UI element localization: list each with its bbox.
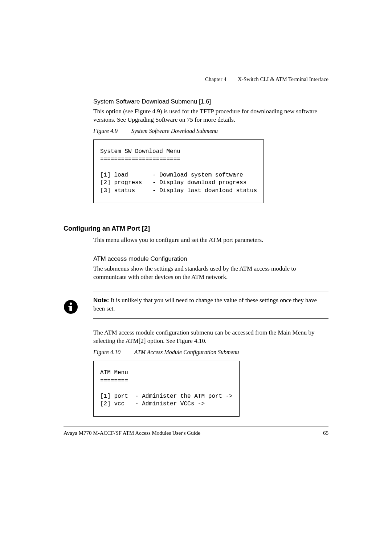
- body-atm-config: The submenus show the settings and stand…: [93, 265, 328, 281]
- info-icon: [64, 300, 78, 314]
- figure-title: System Software Download Submenu: [131, 128, 218, 134]
- note-block: Note: It is unlikely that you will need …: [64, 292, 328, 319]
- figure-caption-4-10: Figure 4.10 ATM Access Module Configurat…: [93, 349, 328, 356]
- note-content: Note: It is unlikely that you will need …: [93, 292, 328, 319]
- chapter-title: X-Switch CLI & ATM Terminal Interface: [238, 76, 328, 82]
- figure-number-2: Figure 4.10: [93, 349, 121, 355]
- figure-caption-4-9: Figure 4.9 System Software Download Subm…: [93, 128, 328, 134]
- subheading-atm-config: ATM access module Configuration: [93, 255, 328, 263]
- footer-guide-title: Avaya M770 M-ACCF/SF ATM Access Modules …: [64, 430, 200, 436]
- footer-rule: [64, 426, 328, 427]
- subheading-sw-download: System Software Download Submenu [1,6]: [93, 98, 328, 105]
- figure-title-2: ATM Access Module Configuration Submenu: [134, 349, 239, 355]
- note-text: It is unlikely that you will need to cha…: [93, 297, 317, 312]
- body-atm-intro: This menu allows you to configure and se…: [93, 236, 328, 244]
- body-atm-body2: The ATM access module configuration subm…: [93, 329, 328, 345]
- page-content: Chapter 4 X-Switch CLI & ATM Terminal In…: [0, 0, 392, 417]
- note-label: Note:: [93, 297, 109, 304]
- figure-number: Figure 4.9: [93, 128, 118, 134]
- section-heading-atm-port: Configuring an ATM Port [2]: [64, 225, 328, 232]
- chapter-label: Chapter 4: [205, 76, 226, 82]
- header-rule: [64, 87, 328, 87]
- code-box-sw-download: System SW Download Menu ================…: [93, 139, 264, 203]
- svg-rect-3: [69, 306, 71, 307]
- footer-page-number: 65: [323, 430, 328, 436]
- page-header: Chapter 4 X-Switch CLI & ATM Terminal In…: [64, 76, 328, 82]
- code-box-atm-menu: ATM Menu ======== [1] port - Administer …: [93, 361, 240, 417]
- svg-point-1: [70, 303, 72, 305]
- body-sw-download: This option (see Figure 4.9) is used for…: [93, 108, 328, 124]
- page-footer: Avaya M770 M-ACCF/SF ATM Access Modules …: [64, 426, 328, 436]
